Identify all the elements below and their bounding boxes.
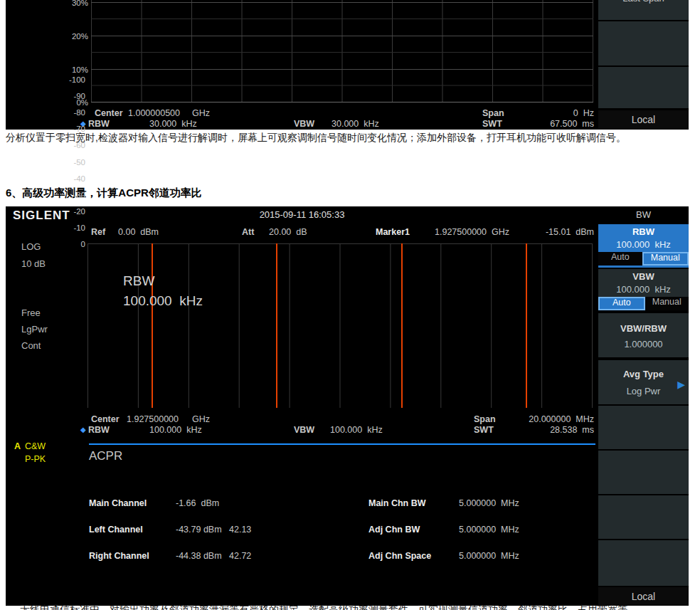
s2-rbw-label: RBW <box>88 425 110 435</box>
avg-lgpwr-label: LgPwr <box>21 325 48 335</box>
acpr-main-channel-label: Main Channel <box>89 498 147 508</box>
softkey-avg-value: Log Pwr <box>598 386 689 396</box>
s2-y-tick: -20 <box>61 207 85 216</box>
softkey-avg-type[interactable]: Avg Type Log Pwr ▶ <box>598 360 689 404</box>
acpr-title: ACPR <box>89 449 122 463</box>
acpr-right-channel-value: -44.38 dBm 42.72 <box>176 551 251 561</box>
marker-freq: 1.927500000 GHz <box>435 227 509 237</box>
rbw-auto-option[interactable]: Auto <box>598 252 642 265</box>
trace-a-flag: A <box>14 442 21 451</box>
acpr-left-channel-label: Left Channel <box>89 525 143 535</box>
s2-swt-label: SWT <box>474 425 494 435</box>
s2-span-value: 20.000000 MHz <box>497 414 594 424</box>
s1-local-button[interactable]: Local <box>598 110 689 129</box>
acpr-left-channel-value: -43.79 dBm 42.13 <box>176 525 251 535</box>
softkey-vbw-title: VBW <box>598 271 689 282</box>
s1-center-value: 1.000000500 <box>128 108 180 118</box>
vbw-auto-option[interactable]: Auto <box>598 297 645 310</box>
s1-center-label: Center <box>95 108 123 118</box>
softkey-rbw[interactable]: RBW 100.000 kHz Auto Manual <box>598 224 689 265</box>
s1-y-tick: 30% <box>65 0 88 7</box>
db-per-div-label: 10 dB <box>21 259 46 269</box>
marker-amplitude: -15.01 dBm <box>525 227 594 237</box>
body-paragraph: 分析仪置于零扫宽时,检波器对输入信号进行解调时，屏幕上可观察调制信号随时间变化情… <box>6 129 696 147</box>
s1-y-axis-labels: 30%20%10%0% <box>65 0 88 107</box>
s2-y-tick: -10 <box>61 224 85 232</box>
s2-swt-value: 28.538 ms <box>518 425 594 435</box>
s1-last-span-label: Last Span <box>598 0 689 4</box>
s1-rbw-value: 30.000 kHz <box>149 119 197 129</box>
vbw-auto-manual-toggle: Auto Manual <box>598 297 689 310</box>
s1-vbw-value: 30.000 kHz <box>332 119 379 129</box>
acpr-main-bw-value: 5.000000 MHz <box>459 498 519 508</box>
s2-y-tick: -60 <box>61 141 85 149</box>
s2-y-tick: 0 <box>61 240 85 248</box>
plot-annotation-rbw-value: 100.000 kHz <box>123 293 203 309</box>
softkey-ratio-value: 1.000000 <box>598 339 689 349</box>
trace-cw-flag: C&W <box>25 442 46 451</box>
s1-y-tick: 10% <box>65 65 88 74</box>
softkey-ratio-title: VBW/RBW <box>598 323 689 334</box>
s1-softkey-blank-1 <box>598 21 689 65</box>
s1-softkey-menu: Last Span Local <box>598 0 689 130</box>
att-value: 20.00 dB <box>269 227 307 237</box>
acpr-adj-bw-value: 5.000000 MHz <box>459 525 519 535</box>
s2-y-tick: -50 <box>61 158 85 167</box>
acpr-main-channel-value: -1.66 dBm <box>176 498 219 508</box>
s2-span-label: Span <box>474 414 496 424</box>
s1-softkey-last-span[interactable]: Last Span <box>598 0 689 20</box>
menu-header-bw: BW <box>598 209 689 220</box>
datetime: 2015-09-11 16:05:33 <box>6 209 598 220</box>
s1-plot-grid <box>91 0 593 104</box>
acpr-divider <box>89 443 595 445</box>
acpr-adj-space-value: 5.000000 MHz <box>459 551 519 561</box>
rbw-auto-manual-toggle: Auto Manual <box>598 252 689 265</box>
s2-y-tick: -100 <box>61 75 85 84</box>
marker-label: Marker1 <box>376 227 410 237</box>
manual-page: 30%20%10%0% Center 1.000000500 GHz Span … <box>0 0 700 610</box>
softkey-avg-title: Avg Type <box>598 369 689 379</box>
log-scale-label: LOG <box>21 242 41 252</box>
s1-swt-label: SWT <box>482 119 502 129</box>
s2-y-axis-labels: 0-10-20-30-40-50-60-70-80-90-100 <box>61 243 85 408</box>
s1-span-label: Span <box>482 108 504 118</box>
acpr-main-bw-label: Main Chn BW <box>368 498 426 508</box>
trace-ppk-flag: P-PK <box>25 455 46 464</box>
s1-y-tick: 20% <box>65 32 88 41</box>
s2-rbw-value: 100.000 kHz <box>149 425 202 435</box>
softkey-vbw[interactable]: VBW 100.000 kHz Auto Manual <box>598 269 689 310</box>
sweep-cont-label: Cont <box>21 341 41 351</box>
s2-y-tick: -90 <box>61 92 85 100</box>
ref-label: Ref <box>91 227 105 237</box>
s2-center-value: 1.927500000 <box>127 414 179 424</box>
s2-y-tick: -70 <box>61 125 85 133</box>
screenshot-acpr: SIGLENT 2015-09-11 16:05:33 Ref 0.00 dBm… <box>6 206 689 606</box>
ref-value: 0.00 dBm <box>118 227 159 237</box>
vbw-manual-option[interactable]: Manual <box>645 297 689 310</box>
s2-vbw-value: 100.000 kHz <box>330 425 383 435</box>
acpr-right-channel-label: Right Channel <box>89 551 149 561</box>
s2-y-tick: -30 <box>61 191 85 199</box>
s2-rbw-diamond-icon: ◆ <box>80 426 86 433</box>
acpr-adj-bw-label: Adj Chn BW <box>368 525 420 535</box>
att-label: Att <box>242 227 254 237</box>
rbw-manual-option[interactable]: Manual <box>642 252 689 265</box>
section-heading: 6、高级功率测量，计算ACPR邻道功率比 <box>6 186 202 200</box>
screenshot-zero-span: 30%20%10%0% Center 1.000000500 GHz Span … <box>6 0 689 130</box>
s1-center-unit: GHz <box>192 108 210 118</box>
rbw-selected-underline <box>598 265 689 268</box>
softkey-vbw-value: 100.000 kHz <box>598 284 689 295</box>
softkey-vbw-rbw-ratio[interactable]: VBW/RBW 1.000000 <box>598 313 689 357</box>
bottom-paragraph-clipped: 无线电通信标准中，对输出功率及邻道功率泄漏等有严格的规定，选配高级功率测量套件，… <box>6 604 694 610</box>
s2-y-tick: -40 <box>61 174 85 183</box>
s2-softkey-menu: BW RBW 100.000 kHz Auto Manual VBW 100.0… <box>598 206 689 606</box>
s1-vbw-label: VBW <box>294 119 314 129</box>
softkey-rbw-title: RBW <box>598 226 689 237</box>
s1-swt-value: 67.500 ms <box>532 119 594 129</box>
spectrum-plot: 1 <box>88 243 593 408</box>
acpr-adj-space-label: Adj Chn Space <box>368 551 431 561</box>
plot-annotation-rbw: RBW <box>123 273 154 289</box>
s1-span-value: 0 Hz <box>532 108 594 118</box>
softkey-blank-1 <box>598 406 689 449</box>
s2-y-tick: -80 <box>61 108 85 117</box>
